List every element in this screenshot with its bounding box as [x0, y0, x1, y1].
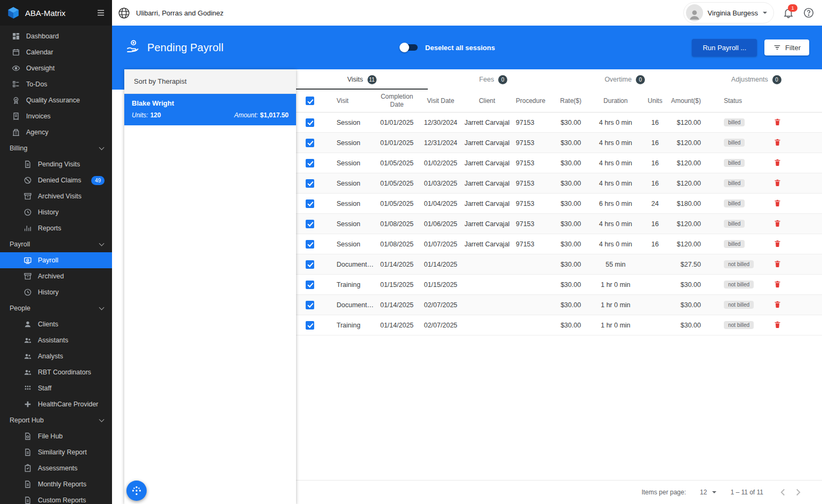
cell-duration: 55 min	[592, 261, 640, 268]
user-menu[interactable]: Virginia Burgess	[683, 2, 774, 23]
cell-status: billed	[724, 118, 771, 126]
sidebar-item-oversight[interactable]: Oversight	[0, 60, 112, 76]
sidebar-item-similarity-report[interactable]: Similarity Report	[0, 444, 112, 460]
delete-icon[interactable]	[773, 279, 782, 289]
sidebar-item-label: Calendar	[26, 49, 53, 56]
chevron-down-icon	[99, 241, 105, 246]
sidebar-item-pending-visits[interactable]: Pending Visits	[0, 156, 112, 172]
cell-procedure: 97153	[512, 139, 550, 147]
sidebar-item-rbt-coordinators[interactable]: RBT Coordinators	[0, 364, 112, 380]
tab-adjustments[interactable]: Adjustments0	[691, 69, 822, 90]
sidebar-item-archived[interactable]: Archived	[0, 268, 112, 284]
row-checkbox[interactable]	[306, 281, 314, 289]
sidebar-item-archived-visits[interactable]: Archived Visits	[0, 188, 112, 204]
run-payroll-button[interactable]: Run Payroll ...	[692, 39, 757, 57]
sidebar-item-analysts[interactable]: Analysts	[0, 348, 112, 364]
row-checkbox[interactable]	[306, 240, 314, 249]
document-icon	[23, 480, 32, 489]
col-rate: Rate($)	[550, 97, 592, 105]
delete-icon[interactable]	[773, 320, 782, 329]
sidebar-item-assessments[interactable]: Assessments	[0, 460, 112, 476]
sidebar-item-dashboard[interactable]: Dashboard	[0, 28, 112, 44]
sidebar-item-payroll[interactable]: Payroll	[0, 252, 112, 268]
help-button[interactable]	[803, 7, 815, 19]
delete-icon[interactable]	[773, 239, 782, 248]
sidebar-item-history[interactable]: History	[0, 284, 112, 300]
delete-icon[interactable]	[773, 158, 782, 167]
row-checkbox[interactable]	[306, 260, 314, 269]
sidebar-group-payroll[interactable]: Payroll	[0, 236, 112, 252]
sidebar-item-label: Clients	[38, 321, 58, 328]
sidebar-item-monthly-reports[interactable]: Monthly Reports	[0, 476, 112, 492]
row-checkbox[interactable]	[306, 301, 314, 309]
tab-fees[interactable]: Fees0	[428, 69, 560, 90]
filter-button[interactable]: Filter	[764, 39, 809, 55]
sidebar-item-file-hub[interactable]: File Hub	[0, 428, 112, 444]
deselect-toggle[interactable]	[400, 43, 419, 52]
row-checkbox[interactable]	[306, 321, 314, 330]
sidebar-item-denied-claims[interactable]: Denied Claims49	[0, 172, 112, 188]
delete-icon[interactable]	[773, 198, 782, 207]
items-per-page-select[interactable]: 12	[700, 489, 716, 496]
delete-icon[interactable]	[773, 300, 782, 309]
menu-icon[interactable]	[96, 8, 106, 18]
cell-duration: 4 hrs 0 min	[592, 159, 640, 167]
sidebar-group-people[interactable]: People	[0, 300, 112, 316]
cell-procedure: 97153	[512, 220, 550, 228]
cell-amount: $120.00	[671, 220, 724, 228]
delete-icon[interactable]	[773, 178, 782, 187]
sidebar-item-label: Quality Assurance	[26, 97, 80, 104]
widget-fab[interactable]	[126, 481, 147, 501]
row-checkbox[interactable]	[306, 199, 314, 208]
sidebar-item-invoices[interactable]: Invoices	[0, 108, 112, 124]
delete-icon[interactable]	[773, 259, 782, 268]
sidebar-item-staff[interactable]: Staff	[0, 380, 112, 396]
delete-icon[interactable]	[773, 219, 782, 228]
sidebar-group-label: Report Hub	[10, 417, 44, 424]
help-icon	[803, 7, 815, 19]
row-checkbox[interactable]	[306, 159, 314, 167]
sidebar-item-quality-assurance[interactable]: Quality Assurance	[0, 92, 112, 108]
sidebar-item-to-dos[interactable]: To-Dos	[0, 76, 112, 92]
sidebar-item-assistants[interactable]: Assistants	[0, 332, 112, 348]
therapist-card[interactable]: Blake Wright Units:120 Amount:$1,017.50	[124, 94, 296, 125]
next-page-button[interactable]	[792, 486, 804, 498]
header-accent	[112, 69, 124, 90]
sidebar-item-custom-reports[interactable]: Custom Reports	[0, 492, 112, 504]
table-body: Session01/01/202512/30/2024Jarrett Carva…	[296, 113, 822, 335]
tab-overtime[interactable]: Overtime0	[559, 69, 691, 90]
status-badge: billed	[724, 220, 745, 228]
sidebar-item-agency[interactable]: Agency	[0, 124, 112, 140]
sidebar-item-clients[interactable]: Clients	[0, 316, 112, 332]
sidebar-group-report-hub[interactable]: Report Hub	[0, 412, 112, 428]
sidebar-item-healthcare-provider[interactable]: HealthCare Provider	[0, 396, 112, 412]
notifications-button[interactable]: 1	[783, 7, 794, 19]
cell-client: Jarrett Carvajal	[462, 241, 512, 248]
cell-visit: Session	[330, 119, 375, 126]
tab-visits[interactable]: Visits11	[296, 69, 428, 90]
cell-procedure: 97153	[512, 180, 550, 187]
sidebar-item-reports[interactable]: Reports	[0, 220, 112, 236]
cell-status: not billed	[724, 281, 771, 289]
row-checkbox[interactable]	[306, 139, 314, 147]
sidebar-item-history[interactable]: History	[0, 204, 112, 220]
status-badge: billed	[724, 179, 745, 187]
sidebar-item-label: Staff	[38, 385, 51, 392]
sidebar-item-label: Assistants	[38, 337, 68, 344]
prev-page-button[interactable]	[777, 486, 789, 498]
invoice-icon	[12, 112, 20, 121]
row-checkbox[interactable]	[306, 220, 314, 228]
sidebar-group-label: Payroll	[10, 241, 30, 248]
delete-icon[interactable]	[773, 117, 782, 126]
cell-visit-date: 12/30/2024	[419, 119, 462, 126]
cell-status: billed	[724, 159, 771, 167]
row-checkbox[interactable]	[306, 179, 314, 188]
sidebar-item-calendar[interactable]: Calendar	[0, 44, 112, 60]
select-all-checkbox[interactable]	[306, 97, 314, 105]
payroll-icon	[125, 38, 141, 57]
row-checkbox[interactable]	[306, 118, 314, 127]
delete-icon[interactable]	[773, 138, 782, 147]
sidebar-group-billing[interactable]: Billing	[0, 140, 112, 156]
company: Ulibarri, Porras and Godinez	[117, 6, 678, 20]
cell-rate: $30.00	[550, 139, 592, 147]
